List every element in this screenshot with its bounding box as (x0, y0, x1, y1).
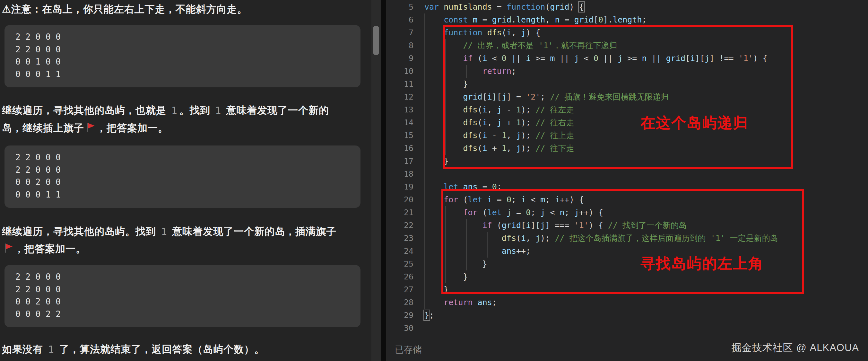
article-panel: ⚠注意：在岛上，你只能左右上下走，不能斜方向走。 2 2 0 0 02 2 0 … (0, 0, 371, 361)
grid-row: 2 2 0 0 0 (16, 31, 361, 43)
grid-row: 2 2 0 0 0 (16, 43, 361, 56)
text-run: ，把答案加一。 (96, 122, 168, 133)
line-number: 6 (386, 13, 413, 26)
code-line: return ans; (424, 296, 867, 309)
paragraph-1: 继续遍历，寻找其他的岛屿，也就是 1。找到 1 意味着发现了一个新的岛，继续插上… (2, 101, 347, 137)
editor-gutter: 5678910111213141516171819202122232425262… (386, 1, 413, 335)
paragraph-3: 如果没有 1 了，算法就结束了，返回答案（岛屿个数）。 (2, 340, 347, 358)
grid-row: 2 2 0 0 0 (16, 151, 361, 164)
code-line (424, 168, 867, 181)
text-run: ，把答案加一。 (14, 243, 86, 254)
indent-guide (424, 13, 425, 309)
line-number: 19 (386, 181, 413, 193)
watermark: 掘金技术社区 @ ALKAOUA (732, 341, 859, 355)
code-line: var numIslands = function(grid) { (424, 1, 867, 13)
annotation-box-loop (441, 189, 804, 294)
text-run: 。找到 (180, 105, 214, 116)
line-number: 23 (386, 232, 413, 245)
line-number: 14 (386, 116, 413, 129)
grid-code-block-1: 2 2 0 0 02 2 0 0 00 0 1 0 00 0 0 1 1 (4, 25, 361, 87)
line-number: 16 (386, 142, 413, 155)
save-status: 已存储 (395, 344, 422, 356)
code-line: }; (424, 309, 867, 322)
grid-row: 0 0 2 0 0 (16, 176, 361, 188)
line-number: 7 (386, 26, 413, 39)
inline-code: 1 (159, 226, 169, 237)
note-paragraph: ⚠注意：在岛上，你只能左右上下走，不能斜方向走。 (2, 0, 347, 18)
flag-icon (3, 243, 13, 254)
text-run: 注意：在岛上，你只能左右上下走，不能斜方向走。 (11, 3, 248, 15)
bracket-match: } (424, 310, 429, 320)
grid-row: 0 0 1 0 0 (16, 56, 361, 68)
grid-code-block-3: 2 2 0 0 02 2 0 0 00 0 2 0 00 0 0 2 2 (4, 265, 361, 327)
code-line (424, 322, 867, 335)
line-number: 15 (386, 129, 413, 142)
inline-code: 1 (213, 105, 223, 116)
grid-row: 0 0 0 2 2 (16, 308, 361, 321)
flag-icon (85, 122, 95, 133)
line-number: 21 (386, 206, 413, 219)
text-run: 了，算法就结束了，返回答案（岛屿个数）。 (56, 344, 265, 355)
line-number: 27 (386, 283, 413, 296)
annotation-box-dfs (443, 25, 793, 169)
text-run: 如果没有 (2, 344, 46, 355)
line-number: 11 (386, 78, 413, 91)
line-number: 26 (386, 270, 413, 283)
line-number: 30 (386, 322, 413, 335)
text-run: 意味着发现了一个新的岛，插满旗子 (169, 226, 337, 237)
bracket-match: { (579, 2, 584, 11)
grid-row: 2 2 0 0 0 (16, 271, 361, 283)
line-number: 5 (386, 1, 413, 13)
warning-icon: ⚠ (2, 3, 11, 15)
line-number: 24 (386, 245, 413, 258)
line-number: 9 (386, 52, 413, 65)
panel-divider (381, 0, 386, 361)
code-line: const m = grid.length, n = grid[0].lengt… (424, 13, 867, 26)
line-number: 29 (386, 309, 413, 322)
line-number: 12 (386, 91, 413, 103)
annotation-label-loop: 寻找岛屿的左上角 (641, 254, 764, 274)
text-run: 继续遍历，寻找其他的岛屿。找到 (2, 226, 159, 237)
inline-code: 1 (169, 105, 180, 116)
grid-row: 0 0 2 0 0 (16, 296, 361, 308)
grid-code-block-2: 2 2 0 0 02 2 0 0 00 0 2 0 00 0 0 1 1 (4, 146, 361, 208)
grid-row: 2 2 0 0 0 (16, 283, 361, 296)
grid-row: 0 0 0 1 1 (16, 68, 361, 81)
grid-row: 2 2 0 0 0 (16, 164, 361, 176)
article-scrollbar-thumb[interactable] (373, 26, 379, 55)
line-number: 25 (386, 258, 413, 270)
line-number: 17 (386, 155, 413, 168)
text-run: 继续遍历，寻找其他的岛屿，也就是 (2, 105, 169, 116)
line-number: 13 (386, 103, 413, 116)
line-number: 18 (386, 168, 413, 181)
line-number: 8 (386, 39, 413, 52)
line-number: 28 (386, 296, 413, 309)
line-number: 20 (386, 193, 413, 206)
line-number: 10 (386, 65, 413, 78)
grid-row: 0 0 0 1 1 (16, 188, 361, 201)
annotation-label-dfs: 在这个岛屿递归 (641, 113, 748, 133)
line-number: 22 (386, 219, 413, 232)
inline-code: 1 (46, 344, 56, 355)
paragraph-2: 继续遍历，寻找其他的岛屿。找到 1 意味着发现了一个新的岛，插满旗子，把答案加一… (2, 223, 347, 258)
